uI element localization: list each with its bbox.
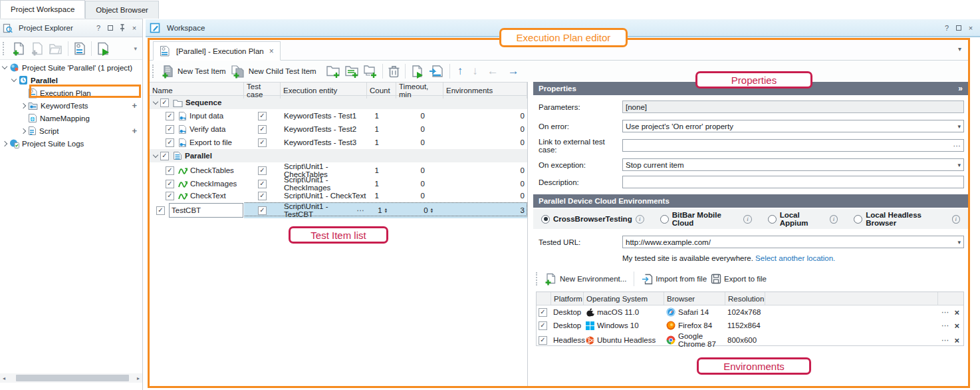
close-icon[interactable]: × [129, 23, 140, 33]
add-project-icon[interactable] [11, 41, 26, 56]
browse-entity-icon[interactable]: ⋯ [357, 206, 365, 215]
test-item-row[interactable]: Verify data KeywordTests - Test2 1 0 0 [150, 122, 527, 136]
horizontal-scrollbar[interactable]: ◂ ▸ [0, 373, 142, 383]
tab-execution-plan-document[interactable]: [Parallel] - Execution Plan × [153, 41, 281, 61]
toolbar-grip[interactable] [3, 42, 6, 55]
run-project-icon[interactable] [96, 41, 111, 56]
test-item-row[interactable]: CheckText Script\Unit1 - CheckText 1 0 0 [150, 189, 527, 202]
expander-icon[interactable] [9, 79, 19, 81]
radio-icon[interactable] [660, 215, 669, 224]
browse-icon[interactable]: ⋯ [953, 141, 961, 150]
new-test-item-button[interactable]: New Test Item [161, 65, 226, 79]
parameters-field[interactable]: [none] [622, 100, 964, 113]
test-item-row[interactable]: CheckImages Script\Unit1 - CheckImages 1… [150, 176, 527, 189]
new-child-test-item-button[interactable]: New Child Test Item [230, 65, 316, 79]
test-case-checkbox[interactable] [258, 192, 267, 200]
info-icon[interactable]: i [743, 215, 751, 224]
radio-icon[interactable] [768, 215, 777, 224]
close-icon[interactable]: × [965, 23, 976, 33]
toolbar-grip[interactable] [536, 272, 539, 286]
toolbar-grip[interactable] [152, 65, 156, 78]
expander-icon[interactable] [0, 67, 9, 69]
column-header-browser[interactable]: Browser [664, 292, 725, 305]
close-tab-icon[interactable]: × [269, 47, 274, 56]
radio-local-appium[interactable]: Local Appiumi [768, 211, 838, 227]
test-item-row[interactable]: Export to file KeywordTests - Test3 1 0 … [150, 136, 527, 149]
run-from-item-button[interactable] [429, 65, 445, 79]
toolbar-overflow-icon[interactable]: ▾ [131, 45, 140, 52]
enabled-checkbox[interactable] [539, 321, 547, 330]
enabled-checkbox[interactable] [160, 98, 169, 107]
tree-item-script[interactable]: Script + [0, 124, 142, 137]
delete-button[interactable] [388, 65, 400, 78]
count-spinner[interactable]: ▴▾ [385, 208, 387, 214]
environment-row[interactable]: Headless Ubuntu Headless Google Chrome 8… [537, 332, 963, 345]
new-environment-button[interactable]: New Environment... [545, 273, 626, 286]
add-script-icon[interactable]: + [132, 126, 137, 136]
new-sequence-group-button[interactable] [344, 65, 359, 78]
item-name-editor[interactable]: TestCBT [169, 203, 243, 218]
link-test-case-field[interactable]: ⋯ [622, 139, 964, 152]
expander-icon[interactable] [19, 129, 28, 133]
export-to-file-button[interactable]: Export to file [711, 274, 767, 284]
add-keyword-test-icon[interactable]: + [132, 100, 137, 110]
scrollbar-thumb[interactable] [16, 375, 129, 381]
tree-item-project-suite-logs[interactable]: Project Suite Logs [0, 137, 142, 150]
tab-object-browser[interactable]: Object Browser [85, 1, 159, 19]
on-error-dropdown[interactable]: Use project's 'On error' property▾ [622, 120, 964, 132]
new-group-button[interactable] [326, 65, 340, 78]
radio-icon[interactable] [854, 215, 862, 224]
select-location-link[interactable]: Select another location. [755, 254, 835, 262]
enabled-checkbox[interactable] [166, 138, 174, 147]
expander-icon[interactable] [151, 102, 160, 104]
radio-crossbrowsertesting[interactable]: CrossBrowserTestingi [541, 215, 644, 224]
environment-row[interactable]: Desktop Windows 10 Firefox 84 1152x864 ⋯… [537, 319, 963, 332]
radio-local-headless-browser[interactable]: Local Headless Browseri [854, 211, 960, 227]
info-icon[interactable]: i [952, 215, 960, 224]
on-exception-dropdown[interactable]: Stop current item▾ [622, 158, 964, 171]
test-case-checkbox[interactable] [258, 138, 267, 147]
test-item-row[interactable]: CheckTables Script\Unit1 - CheckTables 1… [150, 162, 527, 176]
edit-environment-icon[interactable]: ⋯ [941, 307, 949, 317]
environment-row[interactable]: Desktop macOS 11.0 Safari 14 1024x768 ⋯× [537, 305, 963, 319]
collapse-panel-icon[interactable]: » [958, 84, 963, 93]
enabled-checkbox[interactable] [539, 336, 547, 345]
column-header-platform[interactable]: Platform [551, 292, 584, 305]
delete-environment-icon[interactable]: × [954, 335, 959, 345]
scroll-right-icon[interactable]: ▸ [134, 375, 142, 381]
test-case-checkbox[interactable] [258, 166, 267, 175]
description-field[interactable] [622, 176, 964, 188]
test-case-checkbox[interactable] [258, 206, 267, 215]
tree-item-keyword-tests[interactable]: KeywordTests + [0, 99, 142, 112]
move-up-icon[interactable]: ↑ [457, 65, 463, 78]
expander-icon[interactable] [19, 104, 28, 108]
delete-environment-icon[interactable]: × [954, 307, 959, 317]
column-header-resolution[interactable]: Resolution [725, 292, 765, 305]
edit-environment-icon[interactable]: ⋯ [941, 335, 949, 345]
info-icon[interactable]: i [636, 215, 644, 224]
run-focused-item-button[interactable] [410, 65, 425, 79]
test-case-checkbox[interactable] [258, 125, 267, 134]
enabled-checkbox[interactable] [166, 125, 174, 134]
scroll-left-icon[interactable]: ◂ [0, 375, 8, 381]
new-child-group-button[interactable] [363, 65, 378, 78]
help-icon[interactable]: ? [93, 23, 104, 33]
test-case-checkbox[interactable] [258, 112, 267, 120]
help-icon[interactable]: ? [941, 23, 952, 33]
enabled-checkbox[interactable] [166, 192, 174, 200]
radio-icon[interactable] [541, 215, 550, 224]
group-row-parallel[interactable]: Parallel [150, 149, 527, 162]
enabled-checkbox[interactable] [166, 166, 174, 175]
pin-icon[interactable] [117, 23, 128, 33]
tree-item-name-mapping[interactable]: NameMapping [0, 112, 142, 124]
import-from-file-button[interactable]: Import from file [642, 274, 707, 285]
info-icon[interactable]: i [830, 215, 838, 224]
execution-plan-toolbar-icon[interactable] [73, 41, 86, 56]
test-case-checkbox[interactable] [258, 180, 267, 188]
enabled-checkbox[interactable] [166, 112, 174, 120]
enabled-checkbox[interactable] [160, 152, 169, 160]
test-item-row[interactable]: Input data KeywordTests - Test1 1 0 0 [150, 109, 527, 122]
move-right-icon[interactable]: → [508, 65, 519, 78]
tab-project-workspace[interactable]: Project Workspace [0, 0, 85, 19]
maximize-icon[interactable] [953, 23, 964, 33]
